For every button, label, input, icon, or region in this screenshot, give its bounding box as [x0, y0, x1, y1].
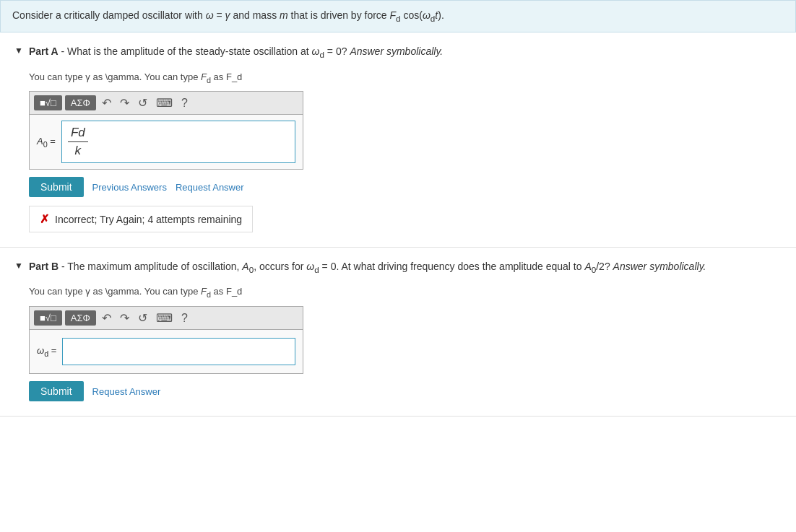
part-b-math-editor: ■√□ ΑΣΦ ↶ ↷ ↺ ⌨ ? ωd =	[29, 306, 303, 374]
part-b-hint: You can type γ as \gamma. You can type F…	[29, 286, 782, 299]
part-b-input-field[interactable]	[62, 338, 295, 365]
part-a-input-field[interactable]: Fd k	[61, 121, 295, 163]
part-a-incorrect-icon: ✗	[40, 212, 49, 226]
part-a-feedback-text: Incorrect; Try Again; 4 attempts remaini…	[55, 214, 242, 225]
part-b-request-answer-link[interactable]: Request Answer	[92, 386, 161, 397]
part-a-input-area: A0 = Fd k	[30, 115, 303, 169]
part-a-request-answer-link[interactable]: Request Answer	[176, 182, 244, 193]
part-a-keyboard-btn[interactable]: ⌨	[153, 95, 176, 111]
part-b-section: ▼ Part B - The maximum amplitude of osci…	[0, 248, 796, 417]
part-b-header: ▼ Part B - The maximum amplitude of osci…	[14, 259, 782, 276]
part-b-action-row: Submit Request Answer	[29, 381, 782, 401]
part-b-input-area: ωd =	[30, 330, 303, 373]
part-b-refresh-btn[interactable]: ↺	[135, 310, 150, 326]
part-b-help-btn[interactable]: ?	[178, 310, 191, 326]
part-b-matrix-btn[interactable]: ■√□	[34, 310, 62, 326]
part-a-submit-button[interactable]: Submit	[29, 177, 84, 197]
part-a-numerator: Fd	[68, 126, 88, 142]
part-a-refresh-btn[interactable]: ↺	[135, 95, 150, 111]
part-b-label: Part B	[29, 261, 59, 272]
part-a-symbol-btn[interactable]: ΑΣΦ	[65, 95, 96, 110]
part-a-redo-btn[interactable]: ↷	[117, 95, 132, 111]
part-b-submit-button[interactable]: Submit	[29, 381, 84, 401]
part-b-redo-btn[interactable]: ↷	[117, 310, 132, 326]
part-a-math-editor: ■√□ ΑΣΦ ↶ ↷ ↺ ⌨ ? A0 = Fd k	[29, 91, 303, 170]
part-b-symbol-btn[interactable]: ΑΣΦ	[65, 310, 96, 326]
part-b-undo-btn[interactable]: ↶	[99, 310, 114, 326]
part-b-toolbar: ■√□ ΑΣΦ ↶ ↷ ↺ ⌨ ?	[30, 307, 303, 330]
part-b-keyboard-btn[interactable]: ⌨	[153, 310, 176, 326]
part-a-feedback: ✗ Incorrect; Try Again; 4 attempts remai…	[29, 206, 253, 232]
part-a-text: Part A - What is the amplitude of the st…	[29, 44, 443, 61]
part-a-section: ▼ Part A - What is the amplitude of the …	[0, 32, 796, 248]
part-a-hint: You can type γ as \gamma. You can type F…	[29, 71, 782, 84]
part-a-action-row: Submit Previous Answers Request Answer	[29, 177, 782, 197]
part-a-denominator: k	[72, 142, 85, 158]
part-b-text: Part B - The maximum amplitude of oscill…	[29, 259, 706, 276]
part-a-previous-answers-link[interactable]: Previous Answers	[92, 182, 167, 193]
part-a-eq-label: A0 =	[37, 136, 56, 149]
part-b-eq-label: ωd =	[37, 345, 56, 358]
part-a-toolbar: ■√□ ΑΣΦ ↶ ↷ ↺ ⌨ ?	[30, 92, 303, 115]
part-a-label: Part A	[29, 45, 59, 57]
part-a-fraction: Fd k	[68, 126, 88, 158]
part-a-help-btn[interactable]: ?	[178, 95, 191, 111]
part-b-collapse-arrow[interactable]: ▼	[14, 261, 23, 271]
part-a-undo-btn[interactable]: ↶	[99, 95, 114, 111]
part-a-collapse-arrow[interactable]: ▼	[14, 45, 23, 56]
problem-header: Consider a critically damped oscillator …	[0, 0, 796, 32]
part-a-header: ▼ Part A - What is the amplitude of the …	[14, 44, 782, 61]
part-a-matrix-btn[interactable]: ■√□	[34, 95, 62, 110]
